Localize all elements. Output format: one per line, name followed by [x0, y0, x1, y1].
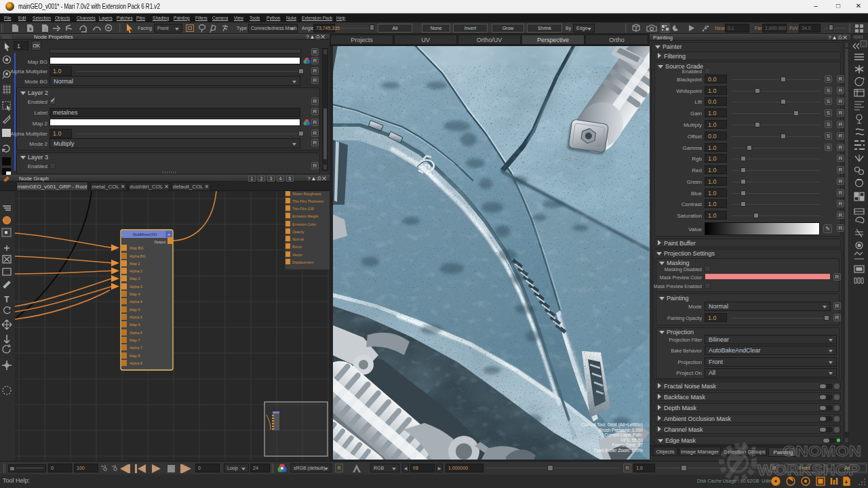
svg-text:Thin Film IOR: Thin Film IOR — [292, 207, 314, 211]
svg-text:Map 6: Map 6 — [130, 323, 140, 327]
svg-text:Map 3: Map 3 — [130, 277, 140, 281]
svg-text:MultMixer(XX): MultMixer(XX) — [133, 232, 157, 237]
svg-text:Paint Buffer Zoom: 170%: Paint Buffer Zoom: 170% — [593, 448, 643, 453]
svg-text:Opacity: Opacity — [292, 230, 304, 234]
svg-text:Alpha 6: Alpha 6 — [130, 331, 142, 335]
svg-text:Map 8: Map 8 — [130, 354, 140, 358]
svg-text:Map 2: Map 2 — [130, 262, 140, 266]
svg-text:Map 7: Map 7 — [130, 338, 140, 342]
svg-text:↓: ↓ — [44, 26, 47, 31]
svg-text:Sheen Roughness: Sheen Roughness — [292, 192, 321, 196]
svg-text:Thin Film Thickness: Thin Film Thickness — [292, 199, 323, 203]
svg-text:Output: Output — [154, 240, 165, 244]
svg-text:Emission Color: Emission Color — [292, 222, 316, 226]
svg-text:Map 5: Map 5 — [130, 308, 140, 312]
svg-text:Alpha 4: Alpha 4 — [130, 300, 142, 304]
svg-text:Map 4: Map 4 — [130, 292, 140, 296]
svg-text:FPS: 55.50: FPS: 55.50 — [620, 438, 643, 443]
svg-text:T: T — [4, 295, 9, 304]
svg-text:Normal: Normal — [292, 237, 304, 241]
svg-text:Brush Pressure: 1.000: Brush Pressure: 1.000 — [599, 428, 643, 432]
svg-text:Emission Weight: Emission Weight — [292, 214, 319, 218]
svg-text:Alpha 3: Alpha 3 — [130, 285, 142, 289]
svg-text:+: + — [167, 232, 171, 238]
svg-text:Alpha 2: Alpha 2 — [130, 269, 142, 273]
svg-text:Frame Time: 97: Frame Time: 97 — [612, 443, 643, 447]
svg-text:x: x — [29, 26, 32, 31]
svg-text:Map BG: Map BG — [130, 246, 144, 250]
svg-text:Alpha BG: Alpha BG — [130, 254, 146, 258]
svg-text:Vector: Vector — [292, 253, 302, 257]
svg-text:Alpha 8: Alpha 8 — [130, 361, 142, 365]
svg-text:Alpha 5: Alpha 5 — [130, 315, 142, 319]
svg-text:Bump: Bump — [292, 245, 302, 249]
svg-text:Alpha 7: Alpha 7 — [130, 346, 142, 350]
svg-text:Displacement: Displacement — [292, 260, 314, 264]
